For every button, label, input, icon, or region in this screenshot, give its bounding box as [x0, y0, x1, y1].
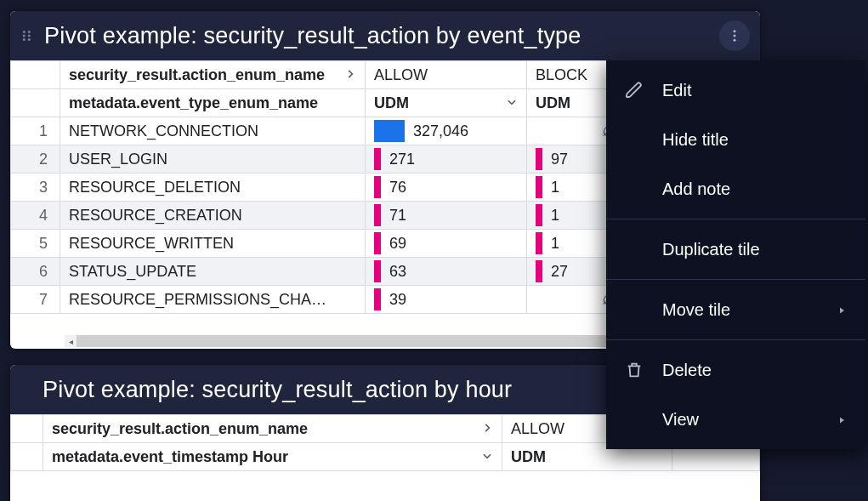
blank-icon	[625, 410, 644, 429]
svg-point-2	[23, 38, 26, 41]
svg-point-3	[28, 31, 31, 33]
header-blank	[11, 415, 43, 443]
chevron-right-icon	[837, 410, 847, 430]
row-label: RESOURCE_DELETION	[60, 174, 366, 202]
row-label: RESOURCE_PERMISSIONS_CHA…	[60, 286, 366, 314]
cell-value: 63	[366, 258, 527, 286]
row-number: 1	[11, 117, 60, 145]
column-header[interactable]: metadata.event_timestamp Hour	[43, 443, 502, 471]
drag-handle-icon[interactable]	[17, 26, 37, 46]
svg-point-8	[734, 39, 736, 42]
column-header[interactable]: metadata.event_type_enum_name	[60, 89, 366, 117]
menu-item-label: Delete	[662, 361, 847, 380]
row-label: NETWORK_CONNECTION	[60, 117, 366, 145]
tile-header: Pivot example: security_result_action by…	[10, 11, 760, 60]
cell-value: 71	[366, 202, 527, 230]
menu-divider	[606, 219, 865, 219]
menu-item-move[interactable]: Move tile	[606, 285, 865, 334]
chevron-down-icon	[506, 94, 518, 112]
menu-item-view[interactable]: View	[606, 395, 865, 444]
tile-title: Pivot example: security_result_action by…	[17, 377, 512, 403]
blank-icon	[625, 130, 644, 149]
row-number: 5	[11, 230, 60, 258]
row-number: 2	[11, 145, 60, 174]
svg-point-4	[28, 35, 31, 37]
menu-item-edit[interactable]: Edit	[606, 65, 865, 115]
svg-point-5	[28, 38, 31, 41]
svg-point-7	[734, 35, 736, 37]
row-number: 3	[11, 174, 60, 202]
menu-divider	[606, 339, 865, 340]
header-label: security_result.action_enum_name	[52, 420, 308, 438]
header-label: metadata.event_timestamp Hour	[52, 448, 288, 466]
blank-icon	[625, 300, 644, 319]
scroll-left-icon[interactable]: ◂	[65, 335, 77, 347]
menu-item-delete[interactable]: Delete	[606, 345, 865, 395]
menu-item-label: Duplicate tile	[662, 240, 847, 259]
row-label: STATUS_UPDATE	[60, 258, 366, 286]
tile-title: Pivot example: security_result_action by…	[43, 23, 582, 49]
pencil-icon	[625, 81, 644, 100]
chevron-right-icon	[481, 420, 493, 438]
chevron-right-icon	[344, 66, 356, 84]
trash-icon	[625, 361, 644, 379]
column-header[interactable]: ALLOW	[366, 61, 527, 89]
blank-icon	[625, 240, 644, 259]
column-header[interactable]: UDM	[366, 89, 527, 117]
svg-point-0	[23, 31, 26, 33]
cell-value: 327,046	[366, 117, 527, 145]
cell-value: 271	[366, 145, 527, 174]
row-number: 4	[11, 202, 60, 230]
menu-item-label: Move tile	[662, 300, 818, 320]
row-number: 6	[11, 258, 60, 286]
menu-item-hide-title[interactable]: Hide title	[606, 115, 865, 164]
header-blank	[11, 89, 60, 117]
menu-item-duplicate[interactable]: Duplicate tile	[606, 225, 865, 274]
cell-value: 69	[366, 230, 527, 258]
row-label: RESOURCE_CREATION	[60, 202, 366, 230]
header-blank	[11, 443, 43, 471]
menu-item-label: Edit	[662, 81, 847, 100]
cell-value: 76	[366, 174, 527, 202]
chevron-down-icon	[481, 448, 493, 466]
cell-value: 39	[366, 286, 527, 314]
row-number: 7	[11, 286, 60, 314]
column-header[interactable]: security_result.action_enum_name	[60, 61, 366, 89]
menu-divider	[606, 279, 865, 280]
blank-icon	[625, 179, 644, 198]
row-label: USER_LOGIN	[60, 145, 366, 174]
tile-menu-button[interactable]	[719, 20, 750, 51]
header-label: security_result.action_enum_name	[69, 66, 325, 84]
chevron-right-icon	[837, 300, 847, 320]
svg-point-1	[23, 35, 26, 37]
svg-point-6	[734, 30, 736, 32]
menu-item-label: Hide title	[662, 130, 847, 150]
menu-item-label: View	[662, 410, 818, 430]
row-label: RESOURCE_WRITTEN	[60, 230, 366, 258]
column-header[interactable]: security_result.action_enum_name	[43, 415, 502, 443]
header-blank	[11, 61, 60, 89]
header-label: UDM	[374, 94, 409, 112]
menu-item-label: Add note	[662, 179, 847, 199]
tile-context-menu: Edit Hide title Add note Duplicate tile …	[606, 60, 865, 449]
menu-item-add-note[interactable]: Add note	[606, 164, 865, 213]
